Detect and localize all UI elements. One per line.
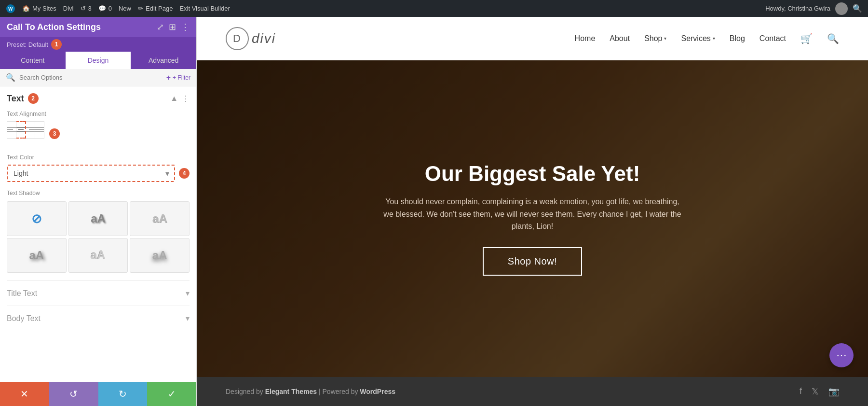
logo-circle: D <box>226 27 249 50</box>
align-center-button[interactable] <box>16 121 26 139</box>
plus-icon: + <box>166 73 171 82</box>
align-justify-button[interactable] <box>35 121 44 139</box>
divi-menu[interactable]: Divi <box>63 5 74 12</box>
cancel-button[interactable]: ✕ <box>0 382 49 406</box>
title-text-chevron-icon: ▾ <box>186 289 190 298</box>
undo-icon: ↺ <box>69 388 78 400</box>
undo-button[interactable]: ↺ <box>49 382 98 406</box>
floating-action-button[interactable]: ⋯ <box>829 343 854 367</box>
tab-content[interactable]: Content <box>0 52 66 69</box>
step-badge-3: 3 <box>49 128 60 139</box>
panel-title: Call To Action Settings <box>7 22 101 32</box>
my-sites-menu[interactable]: 🏠 My Sites <box>22 5 56 12</box>
home-icon: 🏠 <box>22 5 30 12</box>
hero-content: Our Biggest Sale Yet! You should never c… <box>364 142 701 295</box>
step-badge-2: 2 <box>28 93 39 104</box>
align-left-button[interactable] <box>7 121 16 139</box>
comments-icon: 💬 <box>98 5 106 12</box>
search-input[interactable] <box>19 74 163 81</box>
shadow-preview-4: aA <box>91 249 106 262</box>
shadow-preview-5: aA <box>152 249 167 262</box>
shadow-style-3[interactable]: aA <box>7 238 67 273</box>
panel-header: Call To Action Settings ⤢ ⊞ ⋮ <box>0 17 196 37</box>
text-color-select[interactable]: Light Dark <box>8 166 174 181</box>
step-badge-1: 1 <box>51 39 62 50</box>
updates-menu[interactable]: ↺ 3 <box>81 5 92 12</box>
wp-admin-bar: W 🏠 My Sites Divi ↺ 3 💬 0 New ✏ Edit Pag… <box>0 0 868 17</box>
shadow-style-2[interactable]: aA <box>130 201 190 236</box>
shadow-none[interactable]: ⊘ <box>7 201 67 236</box>
text-section: Text 2 ▲ ⋮ Text Alignment <box>7 93 190 273</box>
hero-section: Our Biggest Sale Yet! You should never c… <box>197 60 868 377</box>
nav-contact[interactable]: Contact <box>760 34 786 43</box>
nav-blog[interactable]: Blog <box>730 34 745 43</box>
redo-icon: ↻ <box>119 388 127 400</box>
bottom-toolbar: ✕ ↺ ↻ ✓ <box>0 382 196 406</box>
site-logo: D divi <box>226 27 575 50</box>
shop-now-button[interactable]: Shop Now! <box>483 247 582 276</box>
shadow-preview-2: aA <box>152 212 167 225</box>
hero-body: You should never complain, complaining i… <box>383 196 682 233</box>
settings-panel: Call To Action Settings ⤢ ⊞ ⋮ Preset: De… <box>0 17 197 406</box>
more-options-icon[interactable]: ⋮ <box>181 22 190 32</box>
twitter-icon[interactable]: 𝕏 <box>812 386 819 397</box>
shadow-preview-1: aA <box>91 212 106 225</box>
new-menu[interactable]: New <box>119 5 131 12</box>
title-text-header[interactable]: Title Text ▾ <box>7 289 190 298</box>
text-section-title: Text <box>7 94 24 104</box>
shop-dropdown-icon: ▾ <box>664 36 666 41</box>
shadow-style-4[interactable]: aA <box>68 238 128 273</box>
shadow-preview-3: aA <box>29 249 44 262</box>
howdy-text: Howdy, Christina Gwira <box>765 5 830 12</box>
fullscreen-icon[interactable]: ⤢ <box>157 22 164 32</box>
site-search-icon[interactable]: 🔍 <box>827 33 839 44</box>
site-navigation: D divi Home About Shop ▾ Services ▾ Blog… <box>197 17 868 60</box>
panel-body: Text 2 ▲ ⋮ Text Alignment <box>0 86 196 382</box>
title-text-section: Title Text ▾ <box>7 280 190 306</box>
section-menu-icon[interactable]: ⋮ <box>182 94 190 103</box>
edit-page-button[interactable]: ✏ Edit Page <box>138 5 173 12</box>
step-badge-4: 4 <box>179 168 190 179</box>
search-icon[interactable]: 🔍 <box>853 4 862 13</box>
alignment-label: Text Alignment <box>7 111 190 117</box>
wp-logo[interactable]: W <box>6 4 15 14</box>
preset-row: Preset: Default 1 <box>0 37 196 52</box>
services-dropdown-icon: ▾ <box>713 36 715 41</box>
nav-home[interactable]: Home <box>575 34 596 43</box>
fab-icon: ⋯ <box>836 349 847 362</box>
no-shadow-icon: ⊘ <box>31 211 42 226</box>
avatar <box>835 2 848 15</box>
cart-icon[interactable]: 🛒 <box>800 33 813 44</box>
filter-button[interactable]: + + Filter <box>166 73 190 82</box>
collapse-icon[interactable]: ▲ <box>170 94 178 103</box>
shadow-label: Text Shadow <box>7 190 190 196</box>
comments-menu[interactable]: 💬 0 <box>98 5 112 12</box>
preset-label[interactable]: Preset: Default <box>7 41 48 48</box>
redo-button[interactable]: ↻ <box>98 382 148 406</box>
align-right-button[interactable] <box>26 121 35 139</box>
edit-icon: ✏ <box>138 5 143 12</box>
shadow-style-5[interactable]: aA <box>130 238 190 273</box>
tab-design[interactable]: Design <box>66 52 131 69</box>
nav-services[interactable]: Services ▾ <box>681 34 715 43</box>
search-bar: 🔍 + + Filter <box>0 69 196 86</box>
updates-icon: ↺ <box>81 5 86 12</box>
body-text-section: Body Text ▾ <box>7 306 190 331</box>
tab-advanced[interactable]: Advanced <box>131 52 196 69</box>
body-text-header[interactable]: Body Text ▾ <box>7 314 190 323</box>
save-button[interactable]: ✓ <box>147 382 196 406</box>
nav-shop[interactable]: Shop ▾ <box>644 34 666 43</box>
text-alignment-group <box>7 121 44 139</box>
hero-title: Our Biggest Sale Yet! <box>383 162 682 186</box>
footer-social: f 𝕏 📷 <box>800 386 839 397</box>
exit-visual-builder-button[interactable]: Exit Visual Builder <box>179 5 230 12</box>
search-icon: 🔍 <box>6 73 15 82</box>
site-footer: Designed by Elegant Themes | Powered by … <box>197 377 868 406</box>
instagram-icon[interactable]: 📷 <box>828 386 839 397</box>
site-preview: D divi Home About Shop ▾ Services ▾ Blog… <box>197 17 868 406</box>
shadow-style-1[interactable]: aA <box>68 201 128 236</box>
facebook-icon[interactable]: f <box>800 386 802 397</box>
columns-icon[interactable]: ⊞ <box>169 22 176 32</box>
nav-about[interactable]: About <box>610 34 630 43</box>
cancel-icon: ✕ <box>20 388 28 400</box>
